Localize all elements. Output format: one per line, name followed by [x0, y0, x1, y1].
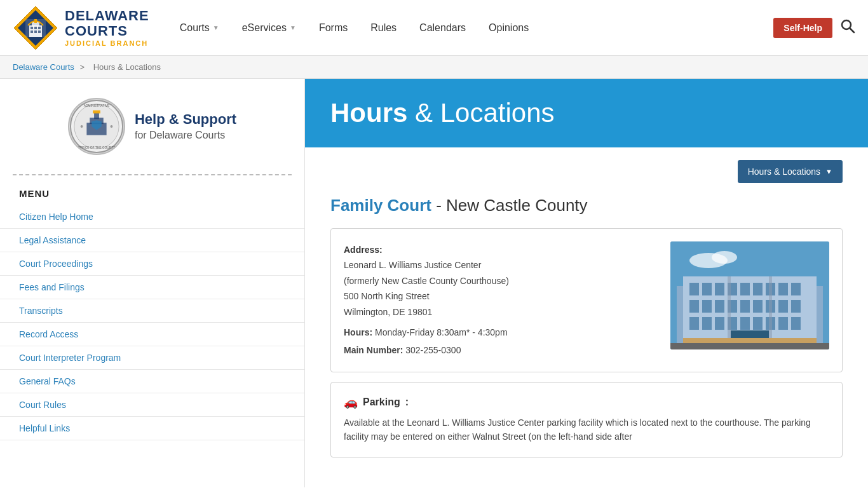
svg-rect-49 — [715, 317, 724, 330]
svg-rect-34 — [753, 283, 763, 295]
svg-rect-7 — [34, 27, 37, 29]
sidebar-logo-area: ADMINISTRATIVE OFFICE OF THE COURTS Help… — [0, 92, 304, 168]
parking-label: Parking — [363, 396, 400, 408]
hours-locations-dropdown: Hours & Locations ▼ — [330, 160, 843, 183]
svg-rect-8 — [38, 27, 41, 29]
svg-rect-10 — [34, 30, 37, 33]
svg-rect-59 — [670, 343, 829, 349]
sidebar-item-court-proceedings[interactable]: Court Proceedings — [0, 252, 304, 276]
sidebar-help-title2: for Delaware Courts — [135, 129, 236, 142]
svg-rect-48 — [702, 317, 712, 330]
sidebar-seal-icon: ADMINISTRATIVE OFFICE OF THE COURTS — [68, 98, 125, 155]
parking-car-icon: 🚗 — [344, 395, 358, 409]
main-number-value: 302-255-0300 — [405, 345, 461, 355]
svg-rect-46 — [791, 300, 801, 313]
sidebar-item-citizen-help-home[interactable]: Citizen Help Home — [0, 205, 304, 229]
hero-title-rest: & Locations — [415, 98, 554, 128]
svg-rect-38 — [689, 300, 699, 313]
svg-rect-40 — [715, 300, 724, 313]
main-number-label: Main Number: — [344, 345, 403, 355]
main-layout: ADMINISTRATIVE OFFICE OF THE COURTS Help… — [0, 79, 868, 487]
sidebar-item-transcripts[interactable]: Transcripts — [0, 299, 304, 323]
svg-text:ADMINISTRATIVE: ADMINISTRATIVE — [84, 104, 110, 107]
svg-rect-51 — [740, 317, 750, 330]
svg-rect-19 — [93, 111, 100, 114]
address-line3: 500 North King Street — [344, 289, 658, 303]
logo-line3: JUDICIAL BRANCH — [65, 39, 149, 47]
parking-title: 🚗 Parking: — [344, 395, 829, 409]
sidebar-item-fees-filings[interactable]: Fees and Filings — [0, 276, 304, 299]
parking-card: 🚗 Parking: Available at the Leonard L. W… — [330, 382, 843, 458]
svg-rect-30 — [702, 283, 712, 295]
breadcrumb-home-link[interactable]: Delaware Courts — [13, 62, 74, 72]
svg-rect-55 — [791, 317, 801, 330]
svg-rect-52 — [753, 317, 763, 330]
hours-locations-button[interactable]: Hours & Locations ▼ — [738, 160, 843, 183]
breadcrumb-current: Hours & Locations — [93, 62, 161, 72]
sidebar-menu: Citizen Help Home Legal Assistance Court… — [0, 205, 304, 440]
sidebar-item-court-rules[interactable]: Court Rules — [0, 393, 304, 417]
nav-eservices-arrow: ▼ — [290, 24, 296, 31]
svg-rect-36 — [778, 283, 788, 295]
svg-point-22 — [81, 125, 83, 128]
svg-rect-33 — [740, 283, 750, 295]
search-button[interactable] — [840, 18, 855, 37]
header-right: Self-Help — [773, 18, 855, 38]
main-content: Hours & Locations Hours & Locations ▼ Fa… — [305, 79, 868, 487]
nav-courts-arrow: ▼ — [213, 24, 219, 31]
svg-rect-29 — [689, 283, 699, 295]
logo-link[interactable]: DELAWARE COURTS JUDICIAL BRANCH — [13, 5, 149, 51]
address-line1: Leonard L. Williams Justice Center — [344, 258, 658, 272]
dropdown-arrow-icon: ▼ — [825, 168, 832, 175]
page-hero-title: Hours & Locations — [330, 98, 843, 128]
parking-description: Available at the Leonard L. Williams Jus… — [344, 416, 829, 444]
nav-calendars[interactable]: Calendars — [408, 0, 477, 56]
logo-line1: DELAWARE — [65, 8, 149, 24]
header: DELAWARE COURTS JUDICIAL BRANCH Courts ▼… — [0, 0, 868, 56]
nav-forms[interactable]: Forms — [308, 0, 359, 56]
nav-opinions[interactable]: Opinions — [477, 0, 540, 56]
address-card: Address: Leonard L. Williams Justice Cen… — [330, 228, 843, 372]
logo-diamond-icon — [13, 5, 58, 51]
court-name: Family Court — [330, 196, 431, 215]
sidebar-item-helpful-links[interactable]: Helpful Links — [0, 417, 304, 440]
svg-rect-31 — [715, 283, 724, 295]
self-help-button[interactable]: Self-Help — [773, 18, 832, 38]
hero-title-bold: Hours — [330, 98, 407, 128]
nav-eservices[interactable]: eServices ▼ — [231, 0, 308, 56]
sidebar-item-general-faqs[interactable]: General FAQs — [0, 370, 304, 393]
sidebar-help-text: Help & Support for Delaware Courts — [135, 111, 236, 142]
nav-courts[interactable]: Courts ▼ — [168, 0, 231, 56]
svg-rect-47 — [689, 317, 699, 330]
svg-line-13 — [850, 28, 855, 32]
address-line4: Wilmington, DE 19801 — [344, 305, 658, 319]
svg-point-26 — [712, 251, 737, 264]
svg-rect-42 — [740, 300, 750, 313]
sidebar-divider — [13, 174, 292, 175]
svg-rect-39 — [702, 300, 712, 313]
sidebar-item-record-access[interactable]: Record Access — [0, 323, 304, 346]
address-info: Address: Leonard L. Williams Justice Cen… — [344, 241, 658, 359]
svg-rect-43 — [753, 300, 763, 313]
svg-rect-9 — [31, 30, 33, 33]
svg-rect-45 — [778, 300, 788, 313]
logo-text: DELAWARE COURTS JUDICIAL BRANCH — [65, 8, 149, 46]
sidebar-help-title1: Help & Support — [135, 111, 236, 129]
sidebar-item-court-interpreter[interactable]: Court Interpreter Program — [0, 346, 304, 370]
logo-line2: COURTS — [65, 24, 149, 39]
hours-value: Monday-Friday 8:30am* - 4:30pm — [375, 327, 508, 337]
main-nav: Courts ▼ eServices ▼ Forms Rules Calenda… — [168, 0, 774, 56]
nav-rules[interactable]: Rules — [359, 0, 408, 56]
svg-text:OFFICE OF THE COURTS: OFFICE OF THE COURTS — [78, 146, 116, 149]
breadcrumb: Delaware Courts > Hours & Locations — [0, 56, 868, 79]
address-line2: (formerly New Castle County Courthouse) — [344, 274, 658, 288]
svg-rect-54 — [778, 317, 788, 330]
court-building-image — [670, 241, 829, 349]
svg-rect-60 — [683, 338, 817, 343]
address-label: Address: — [344, 245, 383, 255]
svg-rect-37 — [791, 283, 801, 295]
hours-label: Hours: — [344, 327, 372, 337]
sidebar: ADMINISTRATIVE OFFICE OF THE COURTS Help… — [0, 79, 305, 487]
svg-rect-6 — [31, 27, 33, 29]
sidebar-item-legal-assistance[interactable]: Legal Assistance — [0, 229, 304, 252]
